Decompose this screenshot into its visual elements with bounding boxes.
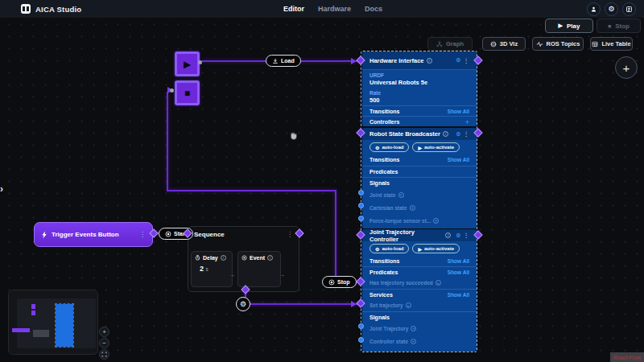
react-flow-attribution[interactable]: React Flow (610, 352, 644, 362)
zoom-out-button[interactable]: − (99, 338, 109, 348)
minimap-hardware-group (56, 304, 73, 347)
minimap-trigger-node (12, 328, 30, 332)
rsb-title: Robot State Broadcaster (369, 130, 440, 138)
kebab-menu-icon[interactable]: ⋮ (464, 57, 470, 64)
gear-icon[interactable]: ⚙ (456, 232, 460, 239)
application-play-node[interactable]: ▶ (175, 51, 200, 76)
signal-handle[interactable] (358, 216, 364, 221)
minimap[interactable] (8, 290, 98, 355)
cursor-grab-icon (287, 130, 299, 142)
rate-label: Rate (369, 90, 469, 96)
settings-button[interactable]: ⚙ (605, 2, 618, 16)
ros-topics-button[interactable]: ROS Topics (532, 37, 584, 51)
flow-canvas[interactable]: ▶ ■ Load Start Stop ⚙ Trigger Events But… (0, 0, 644, 362)
circle-plus-icon[interactable]: + (433, 218, 439, 224)
hardware-group-selection[interactable]: Hardware Interface i ⚙ ⋮ URDF Universal … (361, 51, 477, 352)
show-all-link[interactable]: Show All (448, 157, 469, 162)
kebab-menu-icon[interactable]: ⋮ (464, 130, 470, 138)
edge-stop-vertical-left[interactable] (167, 92, 168, 191)
start-ring-icon (165, 231, 171, 237)
account-button[interactable] (587, 2, 601, 16)
kebab-menu-icon[interactable]: ⋮ (139, 231, 146, 238)
transitions-label: Transitions (369, 157, 399, 162)
circle-plus-icon[interactable]: + (411, 339, 416, 344)
circle-plus-icon[interactable]: + (436, 280, 441, 286)
stop-button[interactable]: ■ Stop (597, 19, 641, 33)
joint-trajectory-controller-card[interactable]: Joint Trajectory Controller i ⚙ ⋮ ⚙ auto… (362, 229, 477, 352)
signal-handle[interactable] (358, 323, 364, 329)
application-stop-node[interactable]: ■ (175, 80, 200, 105)
auto-load-pill[interactable]: ⚙ auto-load (369, 142, 409, 152)
topbar-icons: ⚙ (587, 2, 636, 16)
circle-plus-icon[interactable]: + (398, 192, 404, 198)
user-icon (590, 6, 597, 13)
step-arrow-icon: → (279, 271, 285, 278)
tab-editor[interactable]: Editor (283, 5, 304, 13)
attribution-label: React Flow (613, 355, 641, 360)
auto-activate-label: auto-activate (424, 145, 454, 150)
signals-label: Signals (369, 315, 390, 320)
hardware-interface-card[interactable]: Hardware Interface i ⚙ ⋮ URDF Universal … (362, 51, 477, 126)
release-notes-button[interactable] (622, 2, 636, 16)
show-all-link[interactable]: Show All (448, 292, 469, 298)
step-arrow-icon: → (229, 271, 235, 278)
graph-view-button[interactable]: Graph (427, 37, 473, 51)
stop-event-pill[interactable]: Stop (322, 276, 357, 288)
circle-plus-icon[interactable]: + (406, 302, 411, 308)
3d-viz-button-label: 3D Viz (500, 40, 518, 47)
auto-activate-pill[interactable]: ▶ auto-activate (412, 244, 460, 253)
load-event-pill[interactable]: Load (266, 55, 301, 67)
auto-load-pill[interactable]: ⚙ auto-load (369, 244, 409, 253)
rate-value: 500 (369, 97, 469, 104)
predicate-has-trajectory-succeeded: Has trajectory succeeded (369, 280, 433, 286)
topbar: AICA Studio Editor Hardware Docs ⚙ (0, 0, 644, 18)
circle-plus-icon[interactable]: + (411, 326, 416, 331)
signal-joint-trajectory: Joint Trajectory (369, 326, 408, 331)
auto-activate-pill[interactable]: ▶ auto-activate (412, 142, 460, 152)
show-all-link[interactable]: Show All (448, 269, 469, 275)
fit-view-button[interactable] (99, 349, 109, 360)
kebab-menu-icon[interactable]: ⋮ (464, 232, 470, 239)
sequence-step-event[interactable]: Event i (237, 251, 281, 287)
signal-handle[interactable] (358, 190, 364, 195)
zoom-in-button[interactable]: + (99, 327, 109, 337)
robot-state-broadcaster-card[interactable]: Robot State Broadcaster i ⚙ ⋮ ⚙ auto-loa… (362, 128, 477, 228)
urdf-field: URDF Universal Robots 5e (362, 70, 477, 88)
edge-stop-horizontal[interactable] (167, 190, 336, 191)
info-icon: i (221, 255, 226, 261)
services-label: Services (369, 292, 393, 298)
signal-handle[interactable] (358, 203, 364, 208)
trigger-node-label: Trigger Events Button (52, 231, 135, 238)
live-table-button[interactable]: Live Table (590, 37, 633, 51)
controllers-label: Controllers (369, 119, 399, 125)
trigger-events-button-node[interactable]: Trigger Events Button ⋮ (34, 222, 153, 247)
edge-stop-vertical-right[interactable] (335, 191, 336, 278)
tab-hardware[interactable]: Hardware (318, 5, 351, 13)
edge-sequence-to-service[interactable] (245, 303, 357, 305)
urdf-label: URDF (369, 72, 469, 78)
show-all-link[interactable]: Show All (448, 258, 469, 264)
gear-icon[interactable]: ⚙ (456, 131, 460, 138)
show-all-link[interactable]: Show All (448, 109, 469, 114)
signal-controller-state: Controller state (369, 339, 408, 344)
table-icon (592, 41, 598, 47)
sidebar-expand-button[interactable]: › (0, 182, 10, 196)
circle-plus-icon[interactable]: + (410, 205, 415, 211)
app-title: AICA Studio (35, 5, 81, 14)
gear-icon[interactable]: ⚙ (456, 57, 460, 64)
add-controller-button[interactable]: + (465, 118, 469, 126)
kebab-menu-icon[interactable]: ⋮ (287, 231, 293, 238)
service-call-gear-node[interactable]: ⚙ (236, 297, 250, 311)
sequence-node[interactable]: Sequence ⋮ Delay i 2 s Event i (188, 226, 299, 292)
play-node-output-handle[interactable] (198, 60, 202, 64)
signal-handle[interactable] (358, 337, 364, 343)
stop-node-input-handle[interactable] (170, 88, 174, 93)
add-node-button[interactable]: + (615, 56, 638, 79)
stop-circle-icon (328, 279, 335, 286)
3d-viz-button[interactable]: 3D Viz (482, 37, 526, 51)
tab-docs[interactable]: Docs (365, 5, 382, 13)
fit-view-icon (101, 352, 107, 357)
play-button[interactable]: ▶ Play (545, 19, 593, 33)
sequence-step-delay[interactable]: Delay i 2 s (191, 251, 233, 287)
delay-value[interactable]: 2 (200, 265, 204, 273)
